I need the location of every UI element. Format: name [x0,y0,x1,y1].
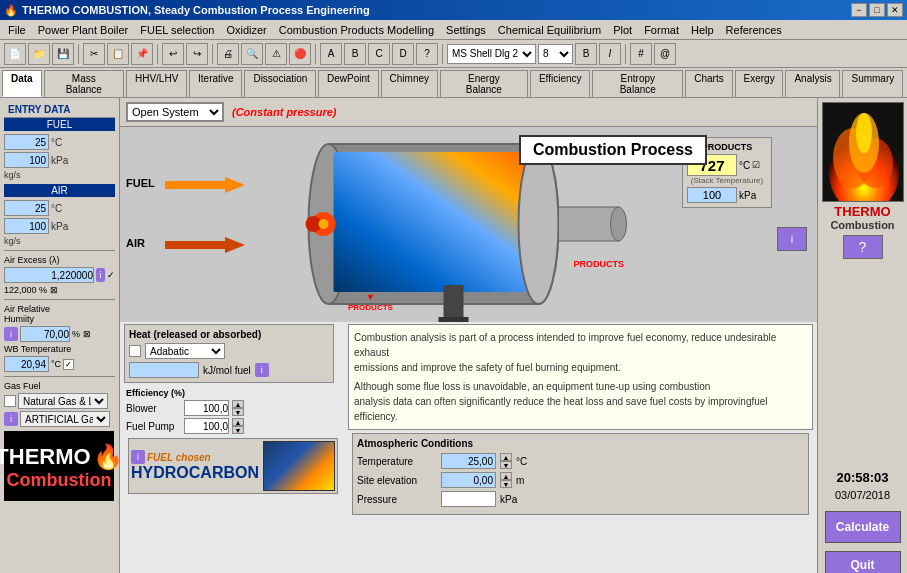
tab-dewpoint[interactable]: DewPoint [318,70,379,97]
atmos-elev-up[interactable]: ▲ [500,472,512,480]
blower-spin-up[interactable]: ▲ [232,400,244,408]
atmos-elev-down[interactable]: ▼ [500,480,512,488]
fuel-temp-unit: °C [51,137,62,148]
tab-entropy-balance[interactable]: Entropy Balance [592,70,683,97]
font-size-select[interactable]: 8 [538,44,573,64]
blower-spin-down[interactable]: ▼ [232,408,244,416]
toolbar: 📄 📁 💾 ✂ 📋 📌 ↩ ↪ 🖨 🔍 ⚠ 🔴 A B C D ? MS She… [0,40,907,68]
menu-chemical[interactable]: Chemical Equilibrium [492,22,607,38]
menu-combustion-products[interactable]: Combustion Products Modelling [273,22,440,38]
heat-value-input[interactable] [129,362,199,378]
menu-settings[interactable]: Settings [440,22,492,38]
tab-iterative[interactable]: Iterative [189,70,242,97]
humidity-info-btn[interactable]: i [4,327,18,341]
app-title: THERMO COMBUSTION, Steady Combustion Pro… [22,4,370,16]
toolbar-btn-6[interactable]: 📌 [131,43,153,65]
toolbar-at[interactable]: @ [654,43,676,65]
toolbar-btn-16[interactable]: D [392,43,414,65]
menu-powerplant[interactable]: Power Plant Boiler [32,22,135,38]
air-pressure-input[interactable] [4,218,49,234]
calculate-button[interactable]: Calculate [825,511,901,543]
toolbar-btn-4[interactable]: ✂ [83,43,105,65]
tab-mass-balance[interactable]: Mass Balance [44,70,124,97]
toolbar-italic[interactable]: I [599,43,621,65]
gas-fuel-select[interactable]: Natural Gas & LNG [18,393,108,409]
menu-plot[interactable]: Plot [607,22,638,38]
toolbar-btn-13[interactable]: A [320,43,342,65]
menu-references[interactable]: References [720,22,788,38]
fuel-pressure-input[interactable] [4,152,49,168]
toolbar-btn-7[interactable]: ↩ [162,43,184,65]
tab-data[interactable]: Data [2,70,42,97]
entry-data-label: ENTRY DATA [4,102,115,118]
font-select[interactable]: MS Shell Dlg 2 [447,44,536,64]
humidity-input[interactable] [20,326,70,342]
toolbar-btn-12[interactable]: 🔴 [289,43,311,65]
atmos-temp-down[interactable]: ▼ [500,461,512,469]
tab-charts[interactable]: Charts [685,70,732,97]
menu-bar: File Power Plant Boiler FUEL selection O… [0,20,907,40]
fuel-pump-spin-up[interactable]: ▲ [232,418,244,426]
gas-fuel-checkbox[interactable] [4,395,16,407]
toolbar-btn-10[interactable]: 🔍 [241,43,263,65]
toolbar-bold[interactable]: B [575,43,597,65]
tab-efficiency[interactable]: Efficiency [530,70,590,97]
atmos-temp-up[interactable]: ▲ [500,453,512,461]
atmos-elevation-unit: m [516,475,524,486]
tab-hhv-lhv[interactable]: HHV/LHV [126,70,187,97]
tab-energy-balance[interactable]: Energy Balance [440,70,528,97]
menu-file[interactable]: File [2,22,32,38]
atmos-elevation-input[interactable] [441,472,496,488]
fuel-chosen-info-btn[interactable]: i [131,450,145,464]
toolbar-btn-11[interactable]: ⚠ [265,43,287,65]
toolbar-btn-14[interactable]: B [344,43,366,65]
tab-summary[interactable]: Summary [842,70,903,97]
app-logo-bottom: THERMO 🔥 Combustion [4,431,114,501]
quit-button[interactable]: Quit [825,551,901,573]
heat-info-btn[interactable]: i [255,363,269,377]
maximize-button[interactable]: □ [869,3,885,17]
tab-dissociation[interactable]: Dissociation [244,70,316,97]
adiabatic-select[interactable]: Adabatic [145,343,225,359]
wb-temp-input[interactable] [4,356,49,372]
toolbar-hash[interactable]: # [630,43,652,65]
diagram-info-btn[interactable]: i [777,227,807,251]
toolbar-btn-9[interactable]: 🖨 [217,43,239,65]
tab-chimney[interactable]: Chimney [381,70,438,97]
menu-format[interactable]: Format [638,22,685,38]
toolbar-btn-8[interactable]: ↪ [186,43,208,65]
tab-exergy[interactable]: Exergy [735,70,784,97]
wb-temp-check: ✓ [63,359,74,370]
logo-thermo-text: THERMO [0,446,91,468]
artificial-fuel-select[interactable]: ARTIFICIAL Gaseous Fuels [20,411,110,427]
toolbar-btn-2[interactable]: 📁 [28,43,50,65]
toolbar-btn-1[interactable]: 📄 [4,43,26,65]
fuel-pressure-unit: kPa [51,155,68,166]
toolbar-btn-3[interactable]: 💾 [52,43,74,65]
pressure-atmos-label: Pressure [357,494,437,505]
blower-input[interactable] [184,400,229,416]
toolbar-btn-17[interactable]: ? [416,43,438,65]
atmos-pressure-input[interactable] [441,491,496,507]
fuel-temp-input[interactable] [4,134,49,150]
sidebar-question-btn[interactable]: ? [843,235,883,259]
menu-oxidizer[interactable]: Oxidizer [220,22,272,38]
minimize-button[interactable]: − [851,3,867,17]
menu-fuel[interactable]: FUEL selection [134,22,220,38]
center-panel: Open System Closed System (Constant pres… [120,98,817,573]
close-button[interactable]: ✕ [887,3,903,17]
air-excess-info-btn[interactable]: i [96,268,105,282]
air-excess-input[interactable] [4,267,94,283]
atmos-temp-input[interactable] [441,453,496,469]
fuel-pump-input[interactable] [184,418,229,434]
system-select[interactable]: Open System Closed System [126,102,224,122]
menu-help[interactable]: Help [685,22,720,38]
toolbar-btn-5[interactable]: 📋 [107,43,129,65]
artificial-fuel-info-btn[interactable]: i [4,412,18,426]
air-excess-check: ✓ [107,270,115,280]
toolbar-btn-15[interactable]: C [368,43,390,65]
tab-analysis[interactable]: Analysis [785,70,840,97]
fuel-pump-spin-down[interactable]: ▼ [232,426,244,434]
air-temp-input[interactable] [4,200,49,216]
adiabatic-checkbox[interactable] [129,345,141,357]
